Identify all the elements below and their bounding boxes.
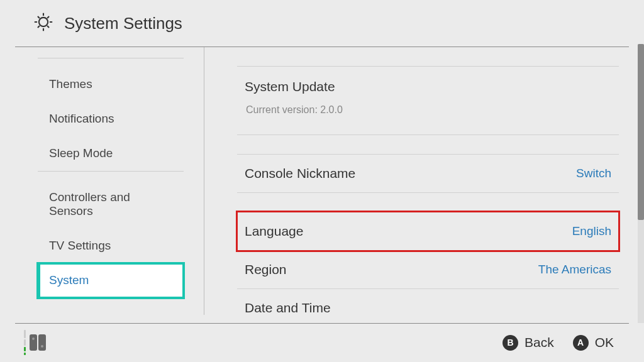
sidebar-item-controllers-sensors[interactable]: Controllers and Sensors <box>38 180 184 229</box>
region-item[interactable]: Region The Americas <box>237 251 619 289</box>
sidebar-item-amiibo[interactable]: amiibo <box>38 47 184 58</box>
sidebar-item-notifications[interactable]: Notifications <box>38 102 184 136</box>
a-button-icon: A <box>573 335 589 351</box>
sidebar-divider <box>38 171 184 172</box>
header: System Settings <box>0 0 644 47</box>
content-area: amiibo Themes Notifications Sleep Mode C… <box>0 47 644 315</box>
settings-gear-icon <box>33 11 54 35</box>
scrollbar-thumb[interactable] <box>638 44 644 220</box>
footer-divider <box>15 323 629 324</box>
language-label: Language <box>245 224 303 239</box>
language-value: English <box>572 224 611 238</box>
system-update-version: Current version: 2.0.0 <box>237 99 619 135</box>
date-time-label: Date and Time <box>245 300 331 315</box>
region-label: Region <box>245 262 287 277</box>
svg-point-0 <box>39 18 48 26</box>
controller-icon <box>30 334 46 351</box>
region-value: The Americas <box>538 263 611 277</box>
back-label: Back <box>525 335 554 350</box>
sidebar: amiibo Themes Notifications Sleep Mode C… <box>0 47 196 315</box>
system-update-item[interactable]: System Update Current version: 2.0.0 <box>237 66 619 135</box>
system-update-label: System Update <box>237 67 619 99</box>
sidebar-item-sleep-mode[interactable]: Sleep Mode <box>38 136 184 171</box>
page-title: System Settings <box>64 14 182 33</box>
footer-buttons: B Back A OK <box>502 335 614 351</box>
sidebar-item-system[interactable]: System <box>38 263 184 298</box>
sidebar-divider <box>38 58 184 58</box>
back-button[interactable]: B Back <box>502 335 554 351</box>
console-nickname-item[interactable]: Console Nickname Switch <box>237 154 619 193</box>
console-nickname-value: Switch <box>576 167 611 180</box>
date-time-item[interactable]: Date and Time Current date and time: 2/1… <box>237 289 619 315</box>
footer-status <box>24 330 46 355</box>
ok-label: OK <box>595 335 614 350</box>
footer: B Back A OK <box>0 323 644 362</box>
sidebar-item-tv-settings[interactable]: TV Settings <box>38 229 184 263</box>
signal-icon <box>24 330 26 355</box>
ok-button[interactable]: A OK <box>573 335 614 351</box>
sidebar-item-themes[interactable]: Themes <box>38 67 184 102</box>
language-item[interactable]: Language English <box>237 212 619 251</box>
b-button-icon: B <box>502 335 518 351</box>
main-panel: System Update Current version: 2.0.0 Con… <box>204 47 644 315</box>
console-nickname-label: Console Nickname <box>245 166 355 181</box>
